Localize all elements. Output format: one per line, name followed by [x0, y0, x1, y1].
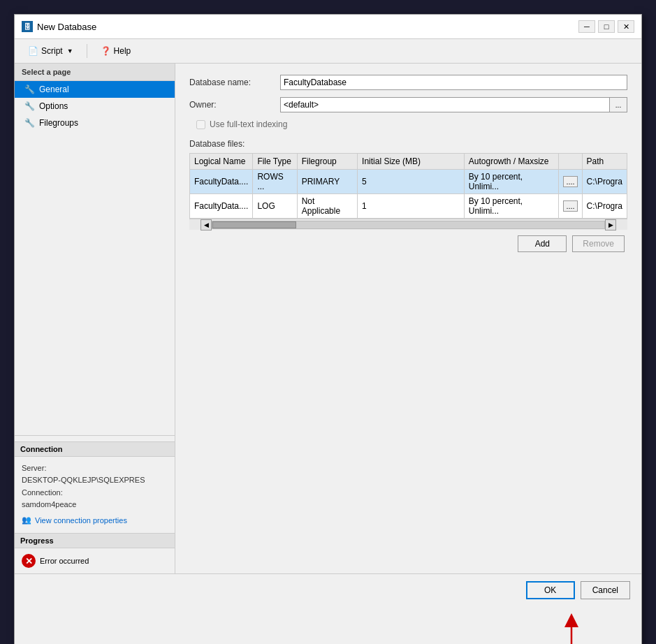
col-logical-name: Logical Name [190, 154, 253, 170]
help-label: Help [114, 46, 131, 56]
connection-info: Server: DESKTOP-QQKLEJP\SQLEXPRES Connec… [22, 462, 168, 511]
table-cell: PRIMARY [297, 170, 357, 194]
red-arrow-svg [551, 613, 592, 644]
col-file-type: File Type [253, 154, 297, 170]
db-icon: 🗄 [22, 21, 33, 32]
dialog-footer: OK Cancel [15, 573, 641, 606]
main-panel: Database name: Owner: ... Use full-text … [175, 64, 641, 573]
db-name-label: Database name: [189, 78, 280, 87]
script-dropdown-arrow: ▼ [67, 47, 73, 54]
table-cell: By 10 percent, Unlimi... [464, 170, 559, 194]
initial-size-input[interactable] [358, 175, 464, 189]
sidebar: Select a page 🔧 General 🔧 Options 🔧 File… [15, 64, 175, 573]
table-cell: FacultyData.... [190, 194, 253, 219]
sidebar-label-general: General [39, 85, 69, 94]
connection-label: Connection: [22, 487, 168, 499]
col-initial-size: Initial Size (MB) [358, 154, 465, 170]
sidebar-sections: Select a page 🔧 General 🔧 Options 🔧 File… [15, 64, 175, 573]
col-btn [559, 154, 582, 170]
progress-section: Progress ✕ Error occurred [15, 530, 175, 573]
view-connection-link[interactable]: 👥 View connection properties [22, 515, 168, 525]
table-cell: By 10 percent, Unlimi... [464, 194, 559, 219]
help-icon: ❓ [101, 46, 111, 56]
scroll-right-button[interactable]: ▶ [605, 219, 616, 230]
initial-size-input[interactable] [358, 199, 464, 213]
sidebar-label-filegroups: Filegroups [39, 118, 78, 128]
sidebar-header: Select a page [15, 64, 175, 81]
sidebar-middle [15, 131, 175, 428]
scroll-track[interactable] [212, 221, 605, 229]
sidebar-bottom: Connection Server: DESKTOP-QQKLEJP\SQLEX… [15, 428, 175, 573]
table-header-row: Logical Name File Type Filegroup Initial… [190, 154, 627, 170]
window-title: New Database [37, 22, 96, 32]
owner-input-group: ... [280, 97, 627, 112]
col-filegroup: Filegroup [297, 154, 357, 170]
sidebar-item-filegroups[interactable]: 🔧 Filegroups [15, 115, 175, 131]
title-bar-left: 🗄 New Database [22, 21, 96, 32]
table-cell: Not Applicable [297, 194, 357, 219]
table-cell[interactable] [358, 194, 465, 219]
error-icon: ✕ [22, 554, 36, 568]
filegroups-icon: 🔧 [24, 118, 35, 128]
autogrowth-settings-button[interactable]: .... [563, 176, 577, 187]
owner-browse-button[interactable]: ... [609, 97, 627, 112]
add-button[interactable]: Add [518, 235, 567, 252]
fulltext-label: Use full-text indexing [210, 119, 287, 129]
fulltext-row: Use full-text indexing [189, 119, 627, 129]
script-button[interactable]: 📄 Script ▼ [22, 43, 80, 59]
table-cell: C:\Progra [582, 194, 627, 219]
sidebar-nav: Select a page 🔧 General 🔧 Options 🔧 File… [15, 64, 175, 131]
scrollbar-area: ◀ ▶ [189, 219, 627, 230]
toolbar: 📄 Script ▼ ❓ Help [15, 39, 641, 64]
scroll-left-button[interactable]: ◀ [201, 219, 212, 230]
progress-item: ✕ Error occurred [22, 554, 168, 568]
sidebar-label-options: Options [39, 101, 68, 111]
table-wrapper: Logical Name File Type Filegroup Initial… [189, 153, 627, 219]
connection-value: samdom4peace [22, 499, 168, 511]
ok-button[interactable]: OK [526, 581, 575, 599]
connection-section: Connection Server: DESKTOP-QQKLEJP\SQLEX… [15, 435, 175, 530]
scroll-thumb[interactable] [212, 221, 296, 228]
cancel-button[interactable]: Cancel [581, 581, 630, 599]
options-icon: 🔧 [24, 101, 35, 111]
title-bar: 🗄 New Database ─ □ ✕ [15, 15, 641, 39]
sidebar-item-options[interactable]: 🔧 Options [15, 98, 175, 115]
owner-row: Owner: ... [189, 97, 627, 112]
connection-link-label: View connection properties [35, 516, 127, 525]
table-cell: .... [559, 170, 582, 194]
col-path: Path [582, 154, 627, 170]
autogrowth-settings-button[interactable]: .... [563, 200, 577, 212]
action-buttons: Add Remove [189, 235, 627, 252]
db-name-row: Database name: [189, 75, 627, 90]
fulltext-checkbox[interactable] [196, 120, 205, 129]
connection-link-icon: 👥 [22, 515, 31, 525]
script-icon: 📄 [28, 46, 38, 56]
minimize-button[interactable]: ─ [578, 20, 595, 33]
table-row[interactable]: FacultyData....LOGNot ApplicableBy 10 pe… [190, 194, 627, 219]
table-cell: ROWS ... [253, 170, 297, 194]
table-cell: FacultyData.... [190, 170, 253, 194]
db-files-label: Database files: [189, 139, 627, 149]
table-cell: C:\Progra [582, 170, 627, 194]
files-table: Logical Name File Type Filegroup Initial… [189, 153, 627, 219]
progress-header: Progress [15, 533, 175, 548]
table-row[interactable]: FacultyData....ROWS ...PRIMARYBy 10 perc… [190, 170, 627, 194]
toolbar-separator [87, 44, 87, 58]
general-icon: 🔧 [24, 85, 35, 94]
content-area: Select a page 🔧 General 🔧 Options 🔧 File… [15, 64, 641, 573]
table-cell[interactable] [358, 170, 465, 194]
owner-input[interactable] [280, 97, 609, 112]
main-dialog: 🗄 New Database ─ □ ✕ 📄 Script ▼ ❓ Help S… [14, 14, 642, 644]
script-label: Script [41, 46, 63, 56]
close-button[interactable]: ✕ [618, 20, 634, 33]
sidebar-item-general[interactable]: 🔧 General [15, 81, 175, 98]
remove-button[interactable]: Remove [572, 235, 625, 252]
title-controls: ─ □ ✕ [578, 20, 634, 33]
db-name-input[interactable] [280, 75, 627, 90]
col-autogrowth: Autogrowth / Maxsize [464, 154, 559, 170]
arrow-annotation [15, 606, 641, 644]
connection-header: Connection [15, 441, 175, 457]
maximize-button[interactable]: □ [598, 20, 615, 33]
help-button[interactable]: ❓ Help [94, 43, 138, 59]
server-label: Server: [22, 462, 168, 475]
